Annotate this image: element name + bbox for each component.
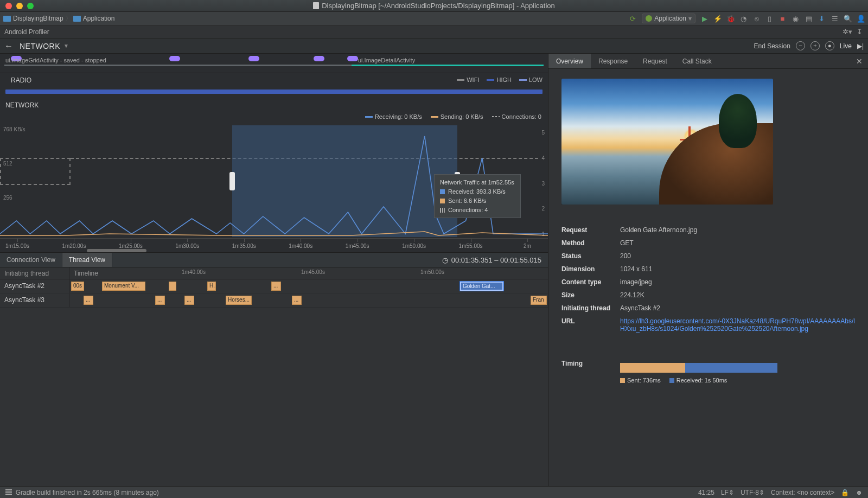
- detail-key: URL: [561, 317, 620, 333]
- network-chart[interactable]: Receiving: 0 KB/s Sending: 0 KB/s Connec…: [0, 117, 548, 252]
- search-icon[interactable]: 🔍: [844, 15, 852, 23]
- timeline-scrollbar[interactable]: [87, 249, 146, 252]
- detail-value: 1024 x 611: [620, 265, 855, 273]
- response-preview-image: [561, 79, 773, 205]
- main-toolbar: DisplayingBitmap 〉 Application ⟳ Applica…: [0, 12, 868, 25]
- avatar-icon[interactable]: 👤: [857, 15, 865, 23]
- line-separator[interactable]: LF⇕: [721, 489, 734, 496]
- detail-pane: Overview Response Request Call Stack ✕ R…: [548, 54, 868, 486]
- live-label: Live: [840, 42, 852, 50]
- request-bar[interactable]: Monument V...: [102, 282, 145, 291]
- record-button[interactable]: ●: [825, 41, 834, 50]
- legend-connections: Connections: 0: [492, 113, 541, 120]
- breadcrumb-module[interactable]: Application: [73, 15, 115, 22]
- detail-value[interactable]: https://lh3.googleusercontent.com/-0X3JN…: [620, 317, 855, 333]
- device-icon[interactable]: ▯: [765, 15, 774, 23]
- request-bar[interactable]: 00s: [71, 282, 84, 291]
- folder-icon: [3, 16, 11, 22]
- end-session-button[interactable]: End Session: [754, 42, 790, 50]
- window-titlebar: DisplayingBitmap [~/AndroidStudioProject…: [0, 0, 868, 12]
- time-tick: 1m30.00s: [175, 243, 199, 249]
- time-tick: 1m50.00s: [402, 243, 426, 249]
- profiler-bar: ← NETWORK▼ End Session − + ● Live ▶|: [0, 39, 868, 54]
- time-tick: 1m20.00s: [62, 243, 86, 249]
- detail-key: Method: [561, 239, 620, 247]
- network-title: NETWORK: [5, 98, 44, 111]
- avd-icon[interactable]: ▤: [805, 15, 813, 23]
- folder-icon: [73, 16, 81, 22]
- add-session-button[interactable]: +: [810, 41, 820, 50]
- detail-key: Content type: [561, 278, 620, 286]
- debug-button[interactable]: 🐞: [726, 15, 735, 23]
- profiler-section[interactable]: NETWORK▼: [20, 42, 69, 50]
- minimize-icon[interactable]: ↧: [856, 28, 864, 36]
- request-bar[interactable]: [169, 282, 176, 291]
- detail-key: Status: [561, 252, 620, 260]
- legend-receiving: Receiving: 0 KB/s: [365, 113, 422, 120]
- thread-row: AsyncTask #3.........Horses......Fran: [0, 293, 548, 308]
- tab-connection-view[interactable]: Connection View: [0, 253, 62, 267]
- thread-lane[interactable]: .........Horses......Fran: [69, 293, 548, 307]
- android-icon: [646, 15, 652, 22]
- activity-b-label: ui.ImageDetailActivity: [358, 57, 415, 63]
- col-timeline: Timeline 1m40.00s 1m45.00s 1m50.00s: [69, 267, 548, 279]
- status-bar: Gradle build finished in 2s 665ms (8 min…: [0, 486, 868, 498]
- close-detail-button[interactable]: ✕: [851, 57, 868, 66]
- thread-name: AsyncTask #2: [0, 279, 69, 293]
- tab-callstack[interactable]: Call Stack: [675, 54, 719, 68]
- clock-icon: ◷: [442, 256, 448, 264]
- profiler-left-pane: ui.ImageGridActivity - saved - stopped u…: [0, 54, 548, 486]
- apply-changes-button[interactable]: ⚡: [713, 15, 722, 23]
- request-bar[interactable]: Fran: [531, 296, 547, 305]
- profile-button[interactable]: ◔: [739, 15, 748, 23]
- file-encoding[interactable]: UTF-8⇕: [741, 489, 764, 496]
- request-bar[interactable]: ...: [184, 296, 194, 305]
- caret-position[interactable]: 41:25: [698, 489, 714, 496]
- request-bar[interactable]: ...: [84, 296, 93, 305]
- attach-debugger-icon[interactable]: ⎋: [752, 15, 761, 23]
- tab-overview[interactable]: Overview: [548, 54, 591, 68]
- lock-icon[interactable]: 🔒: [841, 489, 849, 496]
- detail-row: MethodGET: [561, 239, 855, 247]
- time-tick: 2m: [524, 243, 531, 249]
- remove-session-button[interactable]: −: [796, 41, 805, 50]
- radio-band: [5, 90, 542, 94]
- toolwindow-header: Android Profiler ✲▾ ↧: [0, 25, 868, 39]
- context-label[interactable]: Context: <no context>: [771, 489, 834, 496]
- gear-icon[interactable]: ✲▾: [843, 28, 851, 36]
- breadcrumb-project[interactable]: DisplayingBitmap: [3, 15, 63, 22]
- legend-sending: Sending: 0 KB/s: [431, 113, 483, 120]
- run-config-selector[interactable]: Application▾: [642, 14, 695, 23]
- legend-high: HIGH: [487, 76, 512, 83]
- request-bar[interactable]: ...: [155, 296, 165, 305]
- activity-a-label: ui.ImageGridActivity - saved - stopped: [5, 57, 106, 63]
- request-bar[interactable]: H...: [207, 282, 216, 291]
- go-live-button[interactable]: ▶|: [857, 42, 864, 50]
- detail-key: Size: [561, 291, 620, 299]
- thread-row: AsyncTask #200sMonument V...H......Golde…: [0, 279, 548, 293]
- thread-view: Initiating thread Timeline 1m40.00s 1m45…: [0, 267, 548, 486]
- back-button[interactable]: ←: [4, 41, 13, 51]
- time-range: 00:01:35.351 – 00:01:55.015: [451, 256, 541, 264]
- layout-inspector-icon[interactable]: ◉: [792, 15, 800, 23]
- menu-icon[interactable]: [5, 489, 12, 495]
- structure-icon[interactable]: ☰: [831, 15, 839, 23]
- run-button[interactable]: ▶: [700, 15, 709, 23]
- sync-icon[interactable]: ⟳: [629, 15, 637, 23]
- detail-row: Status200: [561, 252, 855, 260]
- sdk-icon[interactable]: ⬇: [818, 15, 826, 23]
- time-tick: 1m15.00s: [5, 243, 29, 249]
- stop-button[interactable]: ■: [778, 15, 787, 23]
- request-bar[interactable]: Horses...: [226, 296, 252, 305]
- tab-request[interactable]: Request: [635, 54, 675, 68]
- request-bar[interactable]: ...: [292, 296, 302, 305]
- inspect-icon[interactable]: ☻: [856, 489, 863, 496]
- request-bar[interactable]: Golden Gat...: [460, 282, 503, 291]
- request-bar[interactable]: ...: [271, 282, 281, 291]
- detail-value: Golden Gate Afternoon.jpg: [620, 226, 855, 234]
- hover-tooltip: Network Traffic at 1m52.55s Received: 39…: [434, 174, 521, 218]
- tab-thread-view[interactable]: Thread View: [62, 253, 112, 267]
- tab-response[interactable]: Response: [591, 54, 635, 68]
- status-message: Gradle build finished in 2s 665ms (8 min…: [16, 489, 159, 496]
- thread-lane[interactable]: 00sMonument V...H......Golden Gat...: [69, 279, 548, 293]
